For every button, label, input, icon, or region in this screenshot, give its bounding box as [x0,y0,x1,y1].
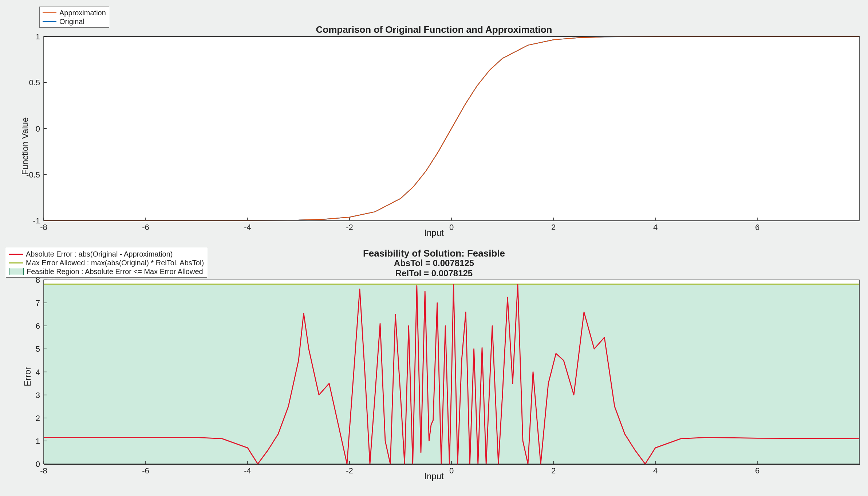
xtick-label: -6 [131,223,160,232]
bottom-legend-item-error: Absolute Error : abs(Original - Approxim… [9,250,204,258]
xtick-label: -2 [335,223,364,232]
bottom-legend-label: Max Error Allowed : max(abs(Original) * … [26,258,204,267]
ytick-label: 8 [24,276,40,285]
xtick-label: 0 [437,223,466,232]
figure-root: Comparison of Original Function and Appr… [0,0,868,496]
ytick-label: 2 [24,414,40,423]
bottom-legend[interactable]: Absolute Error : abs(Original - Approxim… [6,248,207,278]
xtick-label: 0 [437,466,466,476]
ytick-label: 4 [24,368,40,377]
ytick-label: 0 [24,460,40,469]
xtick-label: -4 [233,223,262,232]
xtick-label: 2 [539,223,568,232]
bottom-legend-label: Feasible Region : Absolute Error <= Max … [27,267,203,276]
xtick-label: 4 [641,223,670,232]
bottom-legend-label: Absolute Error : abs(Original - Approxim… [26,250,173,258]
ytick-label: 5 [24,344,40,354]
xtick-label: 6 [743,466,772,476]
xtick-label: -2 [335,466,364,476]
ytick-label: 0.5 [15,78,40,87]
xtick-label: -6 [131,466,160,476]
ytick-label: 1 [15,32,40,42]
xtick-label: 2 [539,466,568,476]
ytick-label: -0.5 [15,170,40,180]
ytick-label: 3 [24,391,40,400]
bottom-xlabel: Input [0,471,868,481]
legend-swatch-icon [9,268,24,275]
ytick-label: 0 [15,124,40,134]
bottom-legend-item-maxerr: Max Error Allowed : max(abs(Original) * … [9,258,204,267]
ytick-label: 6 [24,321,40,331]
bottom-legend-item-region: Feasible Region : Absolute Error <= Max … [9,267,204,276]
xtick-label: 4 [641,466,670,476]
xtick-label: -4 [233,466,262,476]
ytick-label: -1 [15,216,40,226]
xtick-label: 6 [743,223,772,232]
legend-swatch-icon [9,262,23,263]
ytick-label: 7 [24,298,40,308]
legend-swatch-icon [9,254,23,255]
ytick-label: 1 [24,437,40,446]
